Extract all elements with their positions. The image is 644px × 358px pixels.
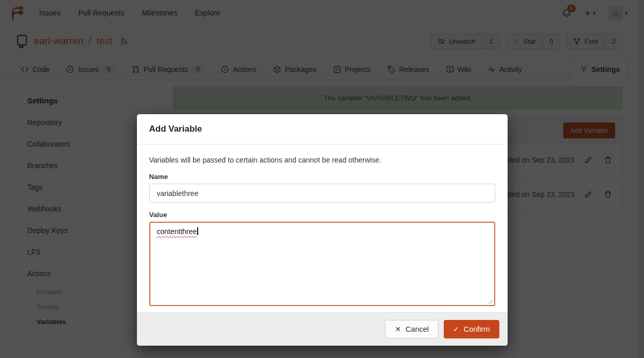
add-variable-modal: Add Variable Variables will be passed to…: [137, 114, 508, 346]
variable-value-textarea[interactable]: contentthree: [149, 222, 495, 306]
modal-title: Add Variable: [137, 114, 508, 145]
resize-grip-icon[interactable]: [488, 299, 493, 304]
name-field-label: Name: [149, 173, 495, 181]
modal-description: Variables will be passed to certain acti…: [149, 156, 495, 164]
cancel-label: Cancel: [406, 325, 429, 333]
value-field-label: Value: [149, 211, 495, 219]
modal-footer: ✕ Cancel ✓ Confirm: [137, 312, 508, 346]
variable-name-input[interactable]: [149, 184, 495, 203]
confirm-button[interactable]: ✓ Confirm: [444, 320, 499, 338]
check-icon: ✓: [453, 326, 459, 333]
x-icon: ✕: [395, 326, 401, 333]
confirm-label: Confirm: [464, 325, 490, 333]
value-text: contentthree: [157, 227, 197, 236]
text-cursor: [197, 227, 198, 235]
cancel-button[interactable]: ✕ Cancel: [385, 320, 439, 338]
